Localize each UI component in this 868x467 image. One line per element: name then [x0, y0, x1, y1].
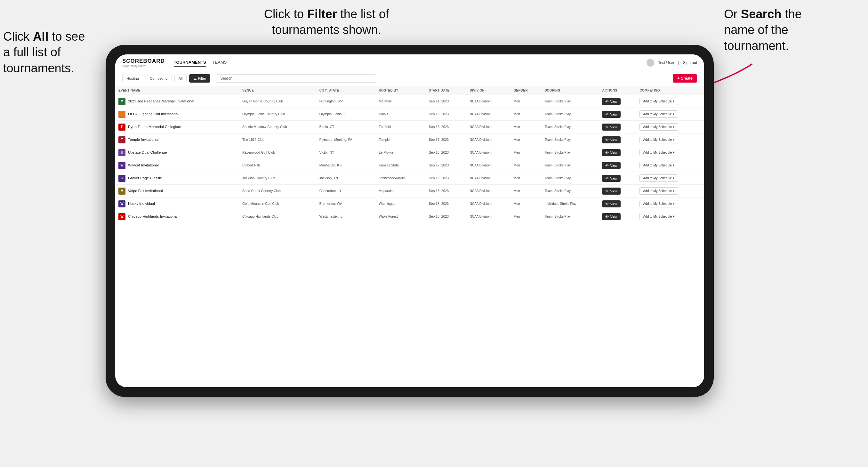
cell-gender-3: Men — [510, 133, 541, 146]
annotation-top-right: Or Search thename of thetournament. — [724, 6, 859, 54]
team-logo-5: W — [118, 162, 125, 169]
separator: | — [678, 61, 679, 65]
table-row: U Upstate Dual Challenge Ravenwood Golf … — [115, 146, 704, 159]
view-label-9: View — [610, 215, 617, 219]
cell-division-9: NCAA Division I — [467, 210, 510, 223]
table-row: M 2023 Joe Feaganes Marshall Invitationa… — [115, 95, 704, 108]
nav-tab-teams[interactable]: TEAMS — [213, 59, 227, 67]
event-name-text-3: Temple Invitational — [128, 137, 158, 142]
filter-hosting-btn[interactable]: Hosting — [122, 74, 143, 82]
cell-gender-8: Men — [510, 197, 541, 210]
nav-tabs: TOURNAMENTS TEAMS — [174, 59, 647, 67]
add-to-schedule-button-1[interactable]: Add to My Schedule + — [640, 111, 678, 118]
cell-venue-1: Olympia Fields Country Club — [239, 108, 316, 121]
cell-event-name-9: W Chicago Highlands Invitational — [115, 210, 239, 223]
view-button-5[interactable]: 👁 View — [602, 162, 621, 169]
cell-division-6: NCAA Division I — [467, 172, 510, 185]
view-label-2: View — [610, 125, 617, 129]
add-to-schedule-button-7[interactable]: Add to My Schedule + — [640, 187, 678, 195]
eye-icon-5: 👁 — [605, 163, 609, 167]
event-name-text-9: Chicago Highlands Invitational — [128, 214, 178, 219]
cell-competing-2: Add to My Schedule + — [636, 121, 704, 133]
cell-scoring-7: Team, Stroke Play — [541, 185, 599, 197]
view-button-4[interactable]: 👁 View — [602, 149, 621, 156]
team-logo-4: U — [118, 149, 125, 156]
view-button-1[interactable]: 👁 View — [602, 111, 621, 118]
filter-all-btn[interactable]: All — [175, 74, 187, 82]
team-logo-2: F — [118, 124, 125, 131]
cell-scoring-0: Team, Stroke Play — [541, 95, 599, 108]
view-button-7[interactable]: 👁 View — [602, 188, 621, 195]
cell-city-state-9: Westchester, IL — [316, 210, 376, 223]
cell-gender-6: Men — [510, 172, 541, 185]
create-btn[interactable]: + Create — [673, 74, 697, 83]
event-name-text-0: 2023 Joe Feaganes Marshall Invitational — [128, 99, 194, 104]
cell-division-0: NCAA Division I — [467, 95, 510, 108]
cell-event-name-2: F Ryan T. Lee Memorial Collegiate — [115, 121, 239, 133]
cell-event-name-7: V Valpo Fall Invitational — [115, 185, 239, 197]
cell-division-4: NCAA Division I — [467, 146, 510, 159]
cell-division-3: NCAA Division I — [467, 133, 510, 146]
cell-division-2: NCAA Division I — [467, 121, 510, 133]
cell-actions-4: 👁 View — [599, 146, 636, 159]
table-row: W Husky Individual Gold Mountain Golf Cl… — [115, 197, 704, 210]
view-button-8[interactable]: 👁 View — [602, 200, 621, 208]
cell-gender-2: Men — [510, 121, 541, 133]
tablet-screen: SCOREBOARD Powered by clipp'd TOURNAMENT… — [115, 54, 704, 387]
view-label-5: View — [610, 163, 617, 167]
team-logo-0: M — [118, 98, 125, 105]
cell-hosted-by-4: Le Moyne — [376, 146, 426, 159]
user-avatar — [647, 59, 654, 67]
add-to-schedule-button-8[interactable]: Add to My Schedule + — [640, 200, 678, 208]
cell-competing-0: Add to My Schedule + — [636, 95, 704, 108]
cell-scoring-2: Team, Stroke Play — [541, 121, 599, 133]
team-logo-1: I — [118, 111, 125, 118]
filter-competing-btn[interactable]: Competing — [146, 74, 172, 82]
nav-tab-tournaments[interactable]: TOURNAMENTS — [174, 59, 206, 67]
filter-icon: ☰ — [193, 76, 198, 80]
cell-hosted-by-0: Marshall — [376, 95, 426, 108]
cell-event-name-4: U Upstate Dual Challenge — [115, 146, 239, 159]
add-to-schedule-button-2[interactable]: Add to My Schedule + — [640, 123, 678, 131]
table-row: F Ryan T. Lee Memorial Collegiate Shuttl… — [115, 121, 704, 133]
col-scoring: SCORING — [541, 86, 599, 95]
view-button-9[interactable]: 👁 View — [602, 213, 621, 220]
add-to-schedule-button-5[interactable]: Add to My Schedule + — [640, 162, 678, 169]
add-to-schedule-button-9[interactable]: Add to My Schedule + — [640, 213, 678, 220]
add-to-schedule-button-0[interactable]: Add to My Schedule + — [640, 98, 678, 105]
cell-scoring-9: Team, Stroke Play — [541, 210, 599, 223]
col-event-name: EVENT NAME — [115, 86, 239, 95]
cell-start-date-0: Sep 11, 2023 — [426, 95, 467, 108]
view-button-3[interactable]: 👁 View — [602, 136, 621, 144]
cell-event-name-6: G Grover Page Classic — [115, 172, 239, 185]
view-button-0[interactable]: 👁 View — [602, 98, 621, 105]
cell-event-name-3: T Temple Invitational — [115, 133, 239, 146]
view-button-6[interactable]: 👁 View — [602, 175, 621, 182]
search-input[interactable] — [216, 74, 376, 83]
view-button-2[interactable]: 👁 View — [602, 124, 621, 131]
cell-actions-5: 👁 View — [599, 159, 636, 172]
cell-competing-9: Add to My Schedule + — [636, 210, 704, 223]
col-start-date: START DATE — [426, 86, 467, 95]
add-to-schedule-button-3[interactable]: Add to My Schedule + — [640, 136, 678, 144]
cell-hosted-by-7: Valparaiso — [376, 185, 426, 197]
team-logo-6: G — [118, 175, 125, 182]
cell-competing-4: Add to My Schedule + — [636, 146, 704, 159]
sign-out-link[interactable]: Sign out — [683, 61, 697, 65]
cell-city-state-4: Victor, NY — [316, 146, 376, 159]
annotation-left: Click All to seea full list oftournament… — [3, 29, 109, 76]
cell-city-state-6: Jackson, TN — [316, 172, 376, 185]
logo-sub: Powered by clipp'd — [122, 64, 165, 67]
cell-division-5: NCAA Division I — [467, 159, 510, 172]
cell-scoring-1: Team, Stroke Play — [541, 108, 599, 121]
filter-filter-btn[interactable]: ☰ Filter — [189, 74, 210, 83]
cell-start-date-8: Sep 18, 2023 — [426, 197, 467, 210]
view-label-8: View — [610, 202, 617, 206]
cell-start-date-3: Sep 16, 2023 — [426, 133, 467, 146]
event-name-text-6: Grover Page Classic — [128, 176, 162, 181]
eye-icon-1: 👁 — [605, 112, 609, 116]
cell-scoring-4: Team, Stroke Play — [541, 146, 599, 159]
add-to-schedule-button-4[interactable]: Add to My Schedule + — [640, 149, 678, 156]
add-to-schedule-button-6[interactable]: Add to My Schedule + — [640, 175, 678, 182]
cell-venue-7: Sand Creek Country Club — [239, 185, 316, 197]
